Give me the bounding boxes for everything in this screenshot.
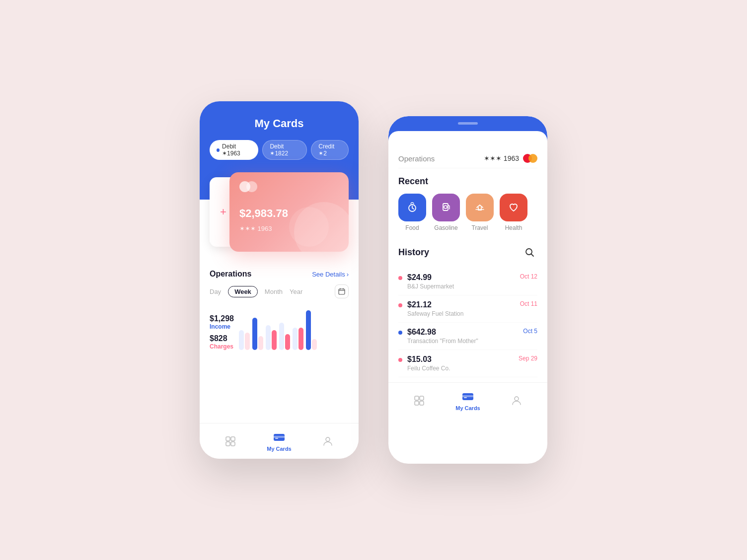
history-title: History [398,247,429,258]
health-icon-box [500,194,527,221]
dashboard-icon [224,435,236,447]
svg-rect-5 [231,437,235,441]
recent-item-gasoline[interactable]: Gasoline [432,194,460,231]
bar-light-5 [293,328,298,350]
bar-red-4 [285,334,290,350]
svg-rect-22 [462,395,473,397]
page-title: My Cards [210,117,349,130]
ops-title: Operations [210,270,251,279]
card-tab-credit[interactable]: Credit ✶2 [311,140,349,160]
right-nav-dashboard[interactable] [413,395,425,407]
charges-amount: $828 [210,334,234,343]
bottom-nav-right: My Cards [388,382,547,418]
chart-labels: $1,298 Income $828 Charges [210,314,234,350]
right-nav-profile[interactable] [511,395,523,407]
period-tabs: Day Week Month Year [210,284,349,298]
tab-label: Debit ✶1822 [270,143,288,157]
period-tab-month[interactable]: Month [265,288,283,295]
bar-group-4 [279,323,290,350]
history-dot-4 [398,358,402,362]
gasoline-icon [440,201,452,214]
recent-item-health[interactable]: Health [500,194,527,231]
phone-notch [458,122,478,125]
recent-item-food[interactable]: Food [398,194,426,231]
bottom-nav-left: My Cards [200,423,359,459]
health-icon [507,201,520,214]
history-amount-1: $24.99 [407,273,520,282]
history-section: History $24.99 B&J Supermarket Oct 1 [398,239,537,382]
ops-top-title: Operations [398,154,435,163]
nav-dashboard[interactable] [224,435,236,447]
history-date-4: Sep 29 [519,355,537,362]
history-item-1[interactable]: $24.99 B&J Supermarket Oct 12 [398,268,537,295]
card-number: ✶✶✶ 1963 [239,225,339,232]
history-date-3: Oct 5 [523,328,537,335]
svg-point-11 [326,437,330,441]
ops-card-info: ✶✶✶ 1963 [484,154,537,163]
nav-cards-label: My Cards [267,446,292,452]
history-merchant-1: B&J Supermarket [407,283,520,290]
history-amount-3: $642.98 [407,328,523,337]
bar-red-5 [299,328,303,350]
history-merchant-3: Transaction "From Mother" [407,338,523,345]
svg-rect-17 [415,396,419,400]
income-label: Income [210,323,234,330]
right-phone-blue-top [388,116,547,146]
history-merchant-2: Safeway Fuel Station [407,310,520,317]
bar-blue-2 [252,318,257,350]
bar-red-3 [272,330,277,350]
bar-group-5 [293,328,303,350]
see-details-label: See Details [312,271,345,278]
svg-line-16 [531,254,534,257]
charges-label: Charges [210,343,234,350]
mastercard-icon [239,181,339,192]
charges-stat: $828 Charges [210,334,234,350]
tab-label: Credit ✶2 [318,143,334,157]
nav-my-cards[interactable]: My Cards [267,430,292,452]
history-dot-1 [398,276,402,280]
calendar-icon [338,288,345,295]
right-card-icon [461,390,475,404]
bar-group-3 [266,325,277,350]
period-tab-week[interactable]: Week [228,286,258,297]
gas-icon-box [432,194,460,221]
search-button[interactable] [522,244,537,260]
bar-group-2 [252,318,263,350]
recent-item-travel[interactable]: Travel [466,194,494,231]
card-tab-debit1822[interactable]: Debit ✶1822 [262,140,307,160]
bar-group-6 [306,310,317,350]
bar-light-red-2 [258,336,263,350]
card-tab-debit1963[interactable]: Debit ✶1963 [210,140,258,160]
right-nav-cards-label: My Cards [455,405,480,411]
card-icon [272,430,286,444]
tab-label: Debit ✶1963 [222,143,251,157]
history-header: History [398,244,537,260]
period-tab-year[interactable]: Year [290,288,302,295]
period-tab-day[interactable]: Day [210,288,221,295]
svg-rect-10 [275,438,278,439]
travel-label: Travel [472,224,488,231]
card-amount: $2,983.78 [239,207,339,220]
recent-icons-row: Food Gasoline [398,194,537,231]
chart-container: $1,298 Income $828 Charges [210,305,349,350]
history-item-4[interactable]: $15.03 Feilu Coffee Co. Sep 29 [398,350,537,377]
chevron-right-icon: › [347,271,349,278]
history-item-3[interactable]: $642.98 Transaction "From Mother" Oct 5 [398,323,537,350]
history-dot-2 [398,303,402,307]
calendar-button[interactable] [335,284,349,298]
history-date-2: Oct 11 [520,300,537,307]
nav-profile[interactable] [322,435,334,447]
right-phone: Operations ✶✶✶ 1963 Recent [388,116,547,464]
travel-icon [473,201,486,214]
right-dashboard-icon [413,395,425,407]
mastercard-badge [523,154,537,163]
food-icon [406,201,419,214]
svg-rect-9 [274,436,285,438]
history-amount-4: $15.03 [407,355,519,364]
mc-right-circle [246,181,257,192]
right-nav-my-cards[interactable]: My Cards [455,390,480,411]
history-item-2[interactable]: $21.12 Safeway Fuel Station Oct 11 [398,295,537,323]
mc-badge-right [528,154,537,163]
see-details-link[interactable]: See Details › [312,271,349,278]
svg-rect-0 [339,289,345,294]
